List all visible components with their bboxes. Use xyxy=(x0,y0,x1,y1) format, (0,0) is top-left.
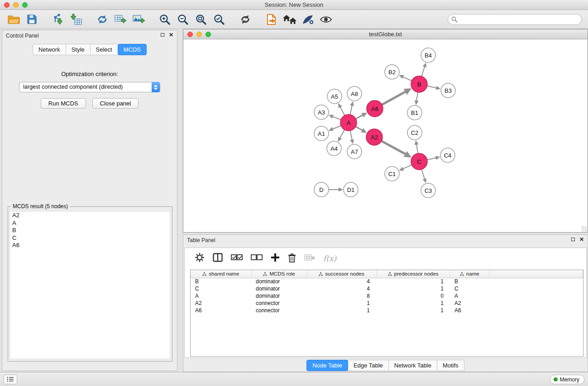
svg-text:C3: C3 xyxy=(425,187,432,194)
graph-node-B1[interactable]: B1 xyxy=(407,105,422,120)
export-image-icon[interactable] xyxy=(131,12,146,27)
save-icon[interactable] xyxy=(24,12,39,27)
function-builder-icon[interactable]: f(x) xyxy=(323,254,336,263)
application-window: Session: New Session xyxy=(0,0,588,386)
cell: A6 xyxy=(450,307,489,314)
result-item-b[interactable]: B xyxy=(10,227,170,234)
cell: B xyxy=(450,278,489,285)
table-header-row: shared nameMCDS rolesuccessor nodesprede… xyxy=(191,270,583,278)
memory-button[interactable]: Memory xyxy=(550,375,584,384)
graph-edge-B-B2 xyxy=(403,77,412,81)
column-header-successor-nodes[interactable]: successor nodes xyxy=(307,270,376,278)
float-panel-icon[interactable] xyxy=(161,33,164,37)
tab-select[interactable]: Select xyxy=(90,44,118,55)
column-header-predecessor-nodes[interactable]: predecessor nodes xyxy=(376,270,450,278)
tab-network[interactable]: Network xyxy=(33,44,66,55)
delete-row-icon[interactable] xyxy=(288,253,296,264)
svg-text:A8: A8 xyxy=(351,91,358,97)
graph-node-A[interactable]: A xyxy=(340,114,357,131)
export-table-icon[interactable] xyxy=(113,12,128,27)
sync-network-icon[interactable] xyxy=(95,12,110,27)
graph-node-A5[interactable]: A5 xyxy=(327,89,342,104)
graph-node-C1[interactable]: C1 xyxy=(385,167,399,181)
graph-arrowhead xyxy=(423,178,427,183)
import-table-icon[interactable] xyxy=(69,12,83,27)
close-panel-button[interactable]: Close panel xyxy=(92,98,139,109)
close-window-button[interactable] xyxy=(4,2,10,8)
cell: 1 xyxy=(376,307,450,314)
close-panel-icon[interactable]: ✕ xyxy=(169,33,173,37)
graph-node-A1[interactable]: A1 xyxy=(314,126,329,141)
result-item-c[interactable]: C xyxy=(10,234,170,242)
graph-node-B2[interactable]: B2 xyxy=(385,65,399,79)
table-close-panel-icon[interactable]: ✕ xyxy=(579,237,584,242)
tab-network-table[interactable]: Network Table xyxy=(388,360,437,371)
result-item-a2[interactable]: A2 xyxy=(10,212,170,219)
graph-node-A3[interactable]: A3 xyxy=(314,105,329,119)
style-brush-icon[interactable] xyxy=(301,12,315,27)
network-minimize-button[interactable] xyxy=(196,32,202,37)
tab-motifs[interactable]: Motifs xyxy=(437,360,464,371)
tab-mcds[interactable]: MCDS xyxy=(118,44,147,55)
deselect-all-icon[interactable] xyxy=(251,254,263,262)
zoom-in-icon[interactable] xyxy=(158,12,172,27)
delete-table-icon[interactable] xyxy=(304,254,315,263)
column-header-mcds-role[interactable]: MCDS role xyxy=(251,270,307,278)
tab-edge-table[interactable]: Edge Table xyxy=(348,360,389,371)
graph-node-B3[interactable]: B3 xyxy=(441,83,455,98)
graph-node-A2[interactable]: A2 xyxy=(366,129,382,145)
refresh-icon[interactable] xyxy=(238,12,253,27)
graph-node-D1[interactable]: D1 xyxy=(344,182,358,197)
graph-node-C[interactable]: C xyxy=(411,153,427,170)
zoom-window-button[interactable] xyxy=(22,2,28,8)
table-row-b[interactable]: Bdominator41B xyxy=(191,278,583,285)
graph-node-C3[interactable]: C3 xyxy=(421,183,435,198)
export-document-icon[interactable] xyxy=(264,12,279,27)
result-item-a6[interactable]: A6 xyxy=(10,242,170,249)
gear-icon[interactable] xyxy=(195,253,205,264)
network-canvas[interactable]: B4B2BB3A8A5A6A3B1AC2A1A2A4A7C4CC1C3DD1 xyxy=(183,40,588,232)
graph-node-C2[interactable]: C2 xyxy=(407,125,422,140)
zoom-out-icon[interactable] xyxy=(176,12,190,27)
graph-node-C4[interactable]: C4 xyxy=(440,148,455,162)
graph-node-B[interactable]: B xyxy=(411,76,427,92)
tab-node-table[interactable]: Node Table xyxy=(306,360,348,371)
graph-node-A4[interactable]: A4 xyxy=(327,141,341,156)
cell: A2 xyxy=(191,300,251,307)
resize-grip[interactable] xyxy=(582,226,587,232)
run-mcds-button[interactable]: Run MCDS xyxy=(41,98,86,109)
folder-open-icon[interactable] xyxy=(6,12,21,27)
show-columns-icon[interactable] xyxy=(213,253,223,264)
search-input[interactable] xyxy=(448,14,582,25)
column-header-shared-name[interactable]: shared name xyxy=(191,270,251,278)
zoom-fit-icon[interactable] xyxy=(194,12,208,27)
graph-node-A8[interactable]: A8 xyxy=(347,86,362,101)
cell: connector xyxy=(251,307,307,314)
graph-node-A6[interactable]: A6 xyxy=(367,100,383,117)
task-history-button[interactable] xyxy=(4,375,17,384)
home-icon[interactable] xyxy=(282,12,297,27)
table-float-panel-icon[interactable] xyxy=(571,238,575,241)
criterion-dropdown[interactable]: largest connected component (directed) xyxy=(19,82,160,92)
network-close-button[interactable] xyxy=(187,32,193,37)
import-network-icon[interactable] xyxy=(51,12,65,27)
add-row-icon[interactable] xyxy=(271,253,280,264)
zoom-selected-icon[interactable] xyxy=(212,12,226,27)
column-header-name[interactable]: name xyxy=(450,270,489,278)
cell: A2 xyxy=(450,300,489,307)
select-all-icon[interactable] xyxy=(231,254,243,262)
minimize-window-button[interactable] xyxy=(13,2,19,8)
result-item-a[interactable]: A xyxy=(10,219,170,227)
eye-icon[interactable] xyxy=(319,12,333,27)
table-row-a2[interactable]: A2connector11A2 xyxy=(191,300,583,307)
network-zoom-button[interactable] xyxy=(206,32,211,37)
table-row-a6[interactable]: A6connector11A6 xyxy=(191,307,583,314)
tab-style[interactable]: Style xyxy=(66,44,91,55)
table-row-a[interactable]: Adominator80A xyxy=(191,292,583,300)
graph-node-D[interactable]: D xyxy=(314,182,329,197)
graph-node-A7[interactable]: A7 xyxy=(347,144,362,159)
graph-node-B4[interactable]: B4 xyxy=(421,48,435,62)
table-row-c[interactable]: Cdominator41C xyxy=(191,285,583,292)
mcds-result-list: A2ABCA6 xyxy=(10,212,170,358)
svg-text:C2: C2 xyxy=(411,129,419,136)
